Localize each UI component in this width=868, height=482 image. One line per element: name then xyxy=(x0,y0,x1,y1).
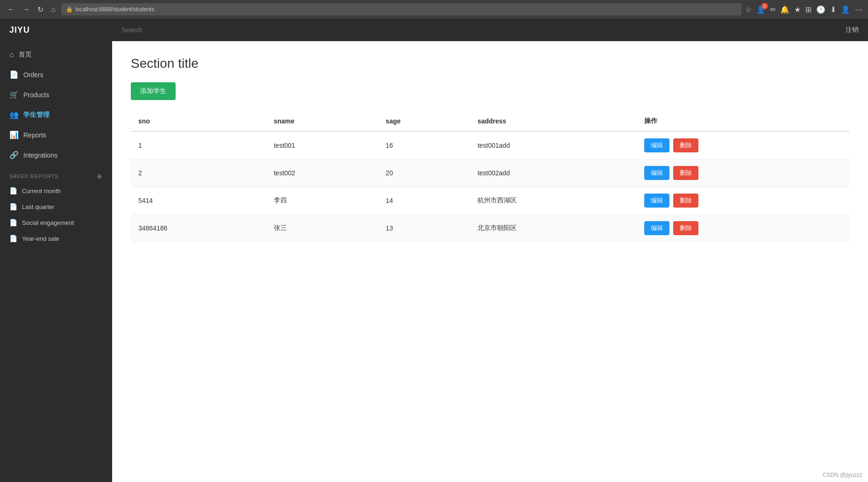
url-text: localhost:8888/student/students xyxy=(76,6,155,13)
cell-sno: 2 xyxy=(131,159,266,187)
delete-button[interactable]: 删除 xyxy=(673,221,698,235)
sidebar: ⌂ 首页 📄 Orders 🛒 Products 👥 学生管理 📊 Report… xyxy=(0,41,112,482)
saved-report-year-end-sale-label: Year-end sale xyxy=(22,235,59,242)
action-buttons: 编辑 删除 xyxy=(644,221,842,235)
saved-reports-label: SAVED REPORTS xyxy=(9,173,59,179)
infinity-icon[interactable]: ∞ xyxy=(770,5,776,14)
sidebar-item-integrations[interactable]: 🔗 Integrations xyxy=(0,145,112,165)
sidebar-item-products[interactable]: 🛒 Products xyxy=(0,85,112,105)
back-button[interactable]: ← xyxy=(6,3,17,15)
cell-actions: 编辑 删除 xyxy=(637,131,849,159)
cell-sage: 20 xyxy=(378,159,470,187)
saved-report-social-engagement-label: Social engagement xyxy=(22,219,74,226)
cell-sname: test002 xyxy=(266,159,378,187)
cell-actions: 编辑 删除 xyxy=(637,159,849,187)
cell-sname: 张三 xyxy=(266,215,378,242)
cell-saddress: test001add xyxy=(470,131,637,159)
add-saved-report-icon[interactable]: ⊕ xyxy=(97,173,103,180)
cell-sname: test001 xyxy=(266,131,378,159)
col-header-sage: sage xyxy=(378,111,470,131)
cell-actions: 编辑 删除 xyxy=(637,187,849,215)
delete-button[interactable]: 删除 xyxy=(673,138,698,152)
saved-report-current-month[interactable]: 📄 Current month xyxy=(0,183,112,199)
sidebar-item-orders[interactable]: 📄 Orders xyxy=(0,65,112,85)
reports-icon: 📊 xyxy=(9,130,19,139)
saved-report-current-month-label: Current month xyxy=(22,187,61,194)
add-student-button[interactable]: 添加学生 xyxy=(131,82,176,100)
search-input[interactable] xyxy=(121,26,846,34)
download-icon[interactable]: ⬇ xyxy=(830,5,836,14)
students-table: sno sname sage saddress 操作 1 test001 16 … xyxy=(131,111,849,242)
sidebar-item-home[interactable]: ⌂ 首页 xyxy=(0,45,112,65)
cart-icon: 🛒 xyxy=(9,90,19,99)
star-icon[interactable]: ☆ xyxy=(745,5,752,14)
sidebar-item-reports[interactable]: 📊 Reports xyxy=(0,125,112,145)
report-doc-icon-3: 📄 xyxy=(9,219,17,226)
delete-button[interactable]: 删除 xyxy=(673,166,698,180)
cell-actions: 编辑 删除 xyxy=(637,215,849,242)
col-header-sname: sname xyxy=(266,111,378,131)
sidebar-item-orders-label: Orders xyxy=(23,71,43,79)
action-buttons: 编辑 删除 xyxy=(644,138,842,152)
integrations-icon: 🔗 xyxy=(9,151,19,159)
col-header-sno: sno xyxy=(131,111,266,131)
home-icon: ⌂ xyxy=(9,50,14,59)
cell-sno: 1 xyxy=(131,131,266,159)
page-title: Section title xyxy=(131,56,849,71)
col-header-actions: 操作 xyxy=(637,111,849,131)
edit-button[interactable]: 编辑 xyxy=(644,138,669,152)
browser-toolbar: ☆ 👤 2 ∞ 🔔 ★ ⊞ 🕑 ⬇ 👤 ⋯ xyxy=(745,5,862,14)
home-button[interactable]: ⌂ xyxy=(49,3,57,15)
table-row: 34864186 张三 13 北京市朝阳区 编辑 删除 xyxy=(131,215,849,242)
saved-report-last-quarter[interactable]: 📄 Last quarter xyxy=(0,199,112,215)
cell-sage: 13 xyxy=(378,215,470,242)
table-header-row: sno sname sage saddress 操作 xyxy=(131,111,849,131)
report-doc-icon-2: 📄 xyxy=(9,203,17,210)
cell-sage: 16 xyxy=(378,131,470,159)
saved-report-year-end-sale[interactable]: 📄 Year-end sale xyxy=(0,230,112,246)
edit-button[interactable]: 编辑 xyxy=(644,166,669,180)
cell-sname: 李四 xyxy=(266,187,378,215)
sidebar-item-student-label: 学生管理 xyxy=(23,111,50,119)
main-area: ⌂ 首页 📄 Orders 🛒 Products 👥 学生管理 📊 Report… xyxy=(0,41,868,482)
cell-saddress: test002add xyxy=(470,159,637,187)
top-nav: JIYU 注销 xyxy=(0,19,868,41)
delete-button[interactable]: 删除 xyxy=(673,194,698,208)
browser-chrome: ← → ↻ ⌂ 🔒 localhost:8888/student/student… xyxy=(0,0,868,19)
grid-icon[interactable]: ⊞ xyxy=(805,5,811,14)
saved-report-social-engagement[interactable]: 📄 Social engagement xyxy=(0,215,112,230)
history-icon[interactable]: 🕑 xyxy=(816,5,825,14)
saved-reports-section: SAVED REPORTS ⊕ xyxy=(0,165,112,183)
address-bar[interactable]: 🔒 localhost:8888/student/students xyxy=(61,3,741,15)
table-row: 2 test002 20 test002add 编辑 删除 xyxy=(131,159,849,187)
refresh-button[interactable]: ↻ xyxy=(36,3,45,16)
table-row: 1 test001 16 test001add 编辑 删除 xyxy=(131,131,849,159)
action-buttons: 编辑 删除 xyxy=(644,166,842,180)
brand-logo: JIYU xyxy=(9,25,121,35)
app-container: JIYU 注销 ⌂ 首页 📄 Orders 🛒 Products 👥 学生管理 xyxy=(0,19,868,482)
cell-saddress: 杭州市西湖区 xyxy=(470,187,637,215)
bell-icon[interactable]: 🔔 xyxy=(780,5,790,14)
cell-saddress: 北京市朝阳区 xyxy=(470,215,637,242)
bookmark-icon[interactable]: ★ xyxy=(794,5,801,14)
saved-report-last-quarter-label: Last quarter xyxy=(22,203,54,210)
sidebar-item-student-management[interactable]: 👥 学生管理 xyxy=(0,105,112,125)
avatar-icon[interactable]: 👤 2 xyxy=(756,5,766,14)
edit-button[interactable]: 编辑 xyxy=(644,194,669,208)
forward-button[interactable]: → xyxy=(21,3,32,15)
action-buttons: 编辑 删除 xyxy=(644,194,842,208)
main-content: Section title 添加学生 sno sname sage saddre… xyxy=(112,41,868,482)
notification-badge: 2 xyxy=(761,3,768,9)
sidebar-item-products-label: Products xyxy=(23,91,49,99)
edit-button[interactable]: 编辑 xyxy=(644,221,669,235)
more-icon[interactable]: ⋯ xyxy=(855,5,862,14)
cell-sno: 5414 xyxy=(131,187,266,215)
table-row: 5414 李四 14 杭州市西湖区 编辑 删除 xyxy=(131,187,849,215)
logout-button[interactable]: 注销 xyxy=(846,26,859,34)
cell-sno: 34864186 xyxy=(131,215,266,242)
report-doc-icon-1: 📄 xyxy=(9,187,17,194)
sidebar-item-home-label: 首页 xyxy=(19,50,32,59)
sidebar-item-reports-label: Reports xyxy=(23,131,46,139)
user-icon[interactable]: 👤 xyxy=(841,5,850,14)
orders-icon: 📄 xyxy=(9,70,19,79)
